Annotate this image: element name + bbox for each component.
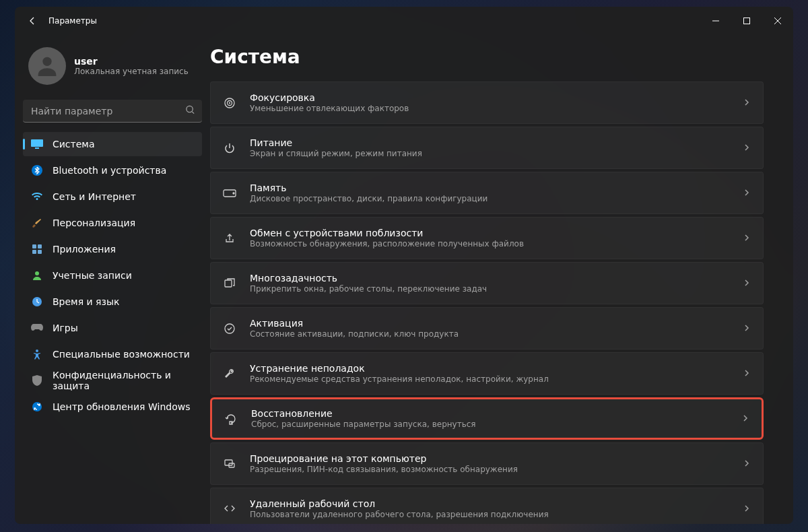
setting-card-recovery[interactable]: ВосстановлениеСброс, расширенные парамет… <box>210 397 764 440</box>
content-area: Система ФокусировкаУменьшение отвлекающи… <box>210 35 793 524</box>
card-subtitle: Уменьшение отвлекающих факторов <box>250 104 729 113</box>
wifi-icon <box>31 191 43 203</box>
sidebar-item-accessibility[interactable]: Специальные возможности <box>23 342 202 366</box>
titlebar: Параметры <box>15 7 793 35</box>
remote-icon <box>223 502 236 516</box>
brush-icon <box>31 217 43 229</box>
svg-rect-19 <box>225 280 232 287</box>
chevron-right-icon <box>743 277 751 290</box>
setting-card-remote[interactable]: Удаленный рабочий столПользователи удале… <box>210 488 764 524</box>
card-title: Многозадачность <box>250 273 729 284</box>
svg-point-16 <box>230 102 230 103</box>
settings-cards: ФокусировкаУменьшение отвлекающих фактор… <box>210 81 764 524</box>
svg-point-10 <box>35 271 39 275</box>
chevron-right-icon <box>743 187 751 199</box>
chevron-right-icon <box>743 141 751 154</box>
window-title: Параметры <box>48 16 97 26</box>
svg-point-12 <box>36 350 38 352</box>
bluetooth-icon <box>31 164 43 176</box>
setting-card-projecting[interactable]: Проецирование на этот компьютерРазрешени… <box>210 442 764 485</box>
svg-rect-6 <box>32 244 36 248</box>
recovery-icon <box>224 412 238 426</box>
card-title: Обмен с устройствами поблизости <box>250 228 729 238</box>
setting-card-storage[interactable]: ПамятьДисковое пространство, диски, прав… <box>210 172 764 214</box>
back-button[interactable] <box>20 9 44 33</box>
chevron-right-icon <box>743 96 751 109</box>
svg-rect-4 <box>35 147 39 149</box>
card-title: Питание <box>250 137 729 148</box>
card-title: Проецирование на этот компьютер <box>250 453 729 464</box>
svg-rect-0 <box>744 18 750 24</box>
card-subtitle: Сброс, расширенные параметры запуска, ве… <box>251 420 728 429</box>
card-subtitle: Экран и спящий режим, режим питания <box>250 149 729 158</box>
card-subtitle: Рекомендуемые средства устранения непола… <box>250 374 729 384</box>
card-title: Восстановление <box>251 408 728 419</box>
sidebar-item-label: Учетные записи <box>53 270 132 281</box>
chevron-right-icon <box>743 502 751 515</box>
power-icon <box>223 141 236 155</box>
sidebar-item-label: Игры <box>53 323 78 333</box>
minimize-icon <box>712 18 719 24</box>
card-subtitle: Пользователи удаленного рабочего стола, … <box>250 510 729 519</box>
apps-icon <box>31 243 43 255</box>
update-icon <box>31 401 43 413</box>
arrow-left-icon <box>27 15 38 26</box>
avatar <box>28 47 66 85</box>
page-title: Система <box>210 46 764 68</box>
window-body: user Локальная учетная запись СистемаBlu… <box>15 35 793 524</box>
setting-card-nearby[interactable]: Обмен с устройствами поблизостиВозможнос… <box>210 217 764 259</box>
svg-rect-7 <box>38 244 42 248</box>
project-icon <box>223 457 236 471</box>
sidebar-item-label: Приложения <box>53 244 116 255</box>
sidebar-item-time[interactable]: Время и язык <box>23 290 202 314</box>
maximize-icon <box>743 18 750 24</box>
setting-card-multitask[interactable]: МногозадачностьПрикрепить окна, рабочие … <box>210 262 764 304</box>
sidebar-item-system[interactable]: Система <box>23 132 202 156</box>
sidebar-item-personalization[interactable]: Персонализация <box>23 211 202 235</box>
chevron-right-icon <box>743 367 751 380</box>
person-icon <box>34 53 61 79</box>
account-subtitle: Локальная учетная запись <box>74 67 189 76</box>
setting-card-activation[interactable]: АктивацияСостояние активации, подписки, … <box>210 307 764 350</box>
setting-card-power[interactable]: ПитаниеЭкран и спящий режим, режим питан… <box>210 127 764 169</box>
sidebar-item-network[interactable]: Сеть и Интернет <box>23 185 202 209</box>
svg-rect-8 <box>32 250 36 254</box>
svg-point-20 <box>225 324 234 333</box>
minimize-button[interactable] <box>700 7 731 35</box>
sidebar-item-label: Bluetooth и устройства <box>53 165 166 176</box>
sidebar-item-label: Время и язык <box>53 296 119 307</box>
close-icon <box>774 18 781 24</box>
chevron-right-icon <box>741 412 749 425</box>
account-block[interactable]: user Локальная учетная запись <box>23 44 202 94</box>
sidebar-item-bluetooth[interactable]: Bluetooth и устройства <box>23 158 202 182</box>
sidebar-item-apps[interactable]: Приложения <box>23 237 202 261</box>
wrench-icon <box>223 367 236 380</box>
chevron-right-icon <box>743 322 751 335</box>
accessibility-icon <box>31 348 43 360</box>
sidebar-item-label: Специальные возможности <box>53 349 190 360</box>
maximize-button[interactable] <box>731 7 762 35</box>
search-icon <box>185 105 195 118</box>
chevron-right-icon <box>743 232 751 244</box>
sidebar-item-accounts[interactable]: Учетные записи <box>23 263 202 288</box>
settings-window: Параметры user Локальная учетная запись <box>15 7 793 524</box>
svg-point-18 <box>233 193 234 194</box>
card-title: Удаленный рабочий стол <box>250 498 729 509</box>
person-icon <box>31 269 43 281</box>
focus-icon <box>223 96 236 110</box>
card-title: Устранение неполадок <box>250 363 729 374</box>
close-button[interactable] <box>762 7 793 35</box>
window-controls <box>700 7 793 35</box>
sidebar-item-update[interactable]: Центр обновления Windows <box>23 395 202 419</box>
svg-point-1 <box>42 57 51 66</box>
sidebar-item-label: Конфиденциальность и защита <box>53 370 194 391</box>
sidebar-item-privacy[interactable]: Конфиденциальность и защита <box>23 368 202 393</box>
card-subtitle: Прикрепить окна, рабочие столы, переключ… <box>250 284 729 294</box>
search-input[interactable] <box>23 100 202 123</box>
card-subtitle: Дисковое пространство, диски, правила ко… <box>250 194 729 203</box>
setting-card-focus[interactable]: ФокусировкаУменьшение отвлекающих фактор… <box>210 81 764 124</box>
card-subtitle: Разрешения, ПИН-код связывания, возможно… <box>250 465 729 474</box>
setting-card-troubleshoot[interactable]: Устранение неполадокРекомендуемые средст… <box>210 352 764 395</box>
sidebar-item-gaming[interactable]: Игры <box>23 316 202 340</box>
storage-icon <box>223 187 236 200</box>
